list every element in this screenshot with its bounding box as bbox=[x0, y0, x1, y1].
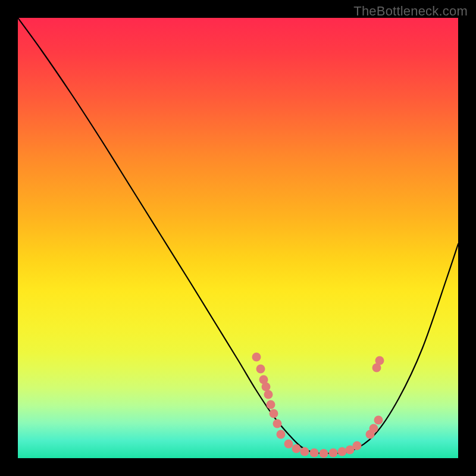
sample-dot bbox=[320, 449, 328, 458]
sample-dot bbox=[292, 444, 301, 453]
sample-dot bbox=[277, 430, 286, 439]
bottleneck-curve bbox=[18, 18, 458, 453]
sample-dot bbox=[267, 400, 275, 409]
sample-dot bbox=[310, 449, 319, 458]
sample-dot bbox=[256, 365, 265, 374]
sample-dot bbox=[273, 419, 282, 428]
plot-area bbox=[18, 18, 458, 458]
sample-dot bbox=[338, 447, 347, 456]
sample-dot bbox=[375, 356, 384, 365]
chart-stage: TheBottleneck.com bbox=[0, 0, 476, 476]
sample-dot bbox=[369, 424, 378, 433]
sample-dot bbox=[284, 440, 293, 449]
sample-dot bbox=[300, 447, 309, 456]
sample-dot bbox=[264, 390, 273, 399]
sample-dot bbox=[329, 449, 338, 458]
sample-dot bbox=[252, 353, 261, 362]
sample-dot bbox=[270, 409, 278, 418]
sample-dot bbox=[262, 383, 271, 392]
sample-dots-group bbox=[252, 353, 384, 458]
sample-dot bbox=[353, 441, 362, 450]
watermark-text: TheBottleneck.com bbox=[353, 4, 468, 19]
sample-dot bbox=[374, 416, 383, 425]
curve-layer bbox=[18, 18, 458, 458]
